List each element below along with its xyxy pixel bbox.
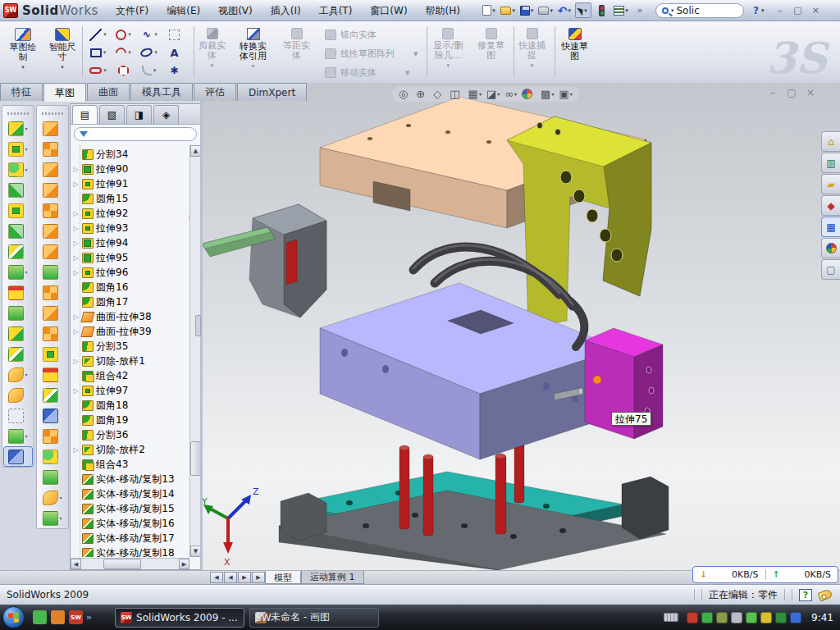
instant3d-icon[interactable]: ▾ bbox=[3, 446, 33, 467]
app-quick-icon[interactable] bbox=[51, 610, 65, 624]
start-button[interactable] bbox=[2, 606, 25, 628]
parting-surface-icon[interactable]: ▾ bbox=[38, 426, 67, 446]
menu-item[interactable]: 插入(I) bbox=[262, 2, 310, 19]
plane-icon[interactable]: ▾ bbox=[3, 385, 33, 405]
expand-arrow-icon[interactable]: ▷ bbox=[72, 446, 80, 454]
tree-item[interactable]: ▷ 组合42 bbox=[71, 368, 189, 383]
zoom-area-icon[interactable]: ⊕ ▾ bbox=[414, 87, 430, 101]
offset-surface-icon[interactable]: ▾ bbox=[38, 282, 67, 303]
extend-surface-icon[interactable]: ▾ bbox=[38, 118, 67, 139]
tree-item[interactable]: ▷ 实体-移动/复制14 bbox=[71, 486, 189, 501]
new-document-button[interactable]: ▾ bbox=[481, 2, 497, 18]
boundary-surface-icon[interactable]: ▾ bbox=[38, 200, 67, 221]
tree-item[interactable]: ▷ 分割36 bbox=[71, 427, 189, 442]
linear-pattern-icon[interactable]: ▾ bbox=[3, 262, 33, 282]
point-tool-button[interactable]: ✱ bbox=[162, 65, 187, 77]
model-tab[interactable]: 模型 bbox=[265, 571, 301, 584]
replace-face-icon[interactable]: ▾ bbox=[38, 344, 67, 364]
zoom-fit-icon[interactable]: ◎ ▾ bbox=[397, 87, 413, 101]
draft-analysis-icon[interactable]: ▾ bbox=[38, 385, 67, 405]
save-button[interactable]: ▾ bbox=[518, 2, 535, 18]
sketch-button[interactable]: 草图绘 制▾ bbox=[5, 25, 41, 79]
tree-item[interactable]: ▷ 拉伸92 bbox=[71, 206, 189, 221]
lofted-surface-icon[interactable]: ▾ bbox=[38, 180, 67, 200]
custom-properties-tab[interactable]: ▢ bbox=[821, 259, 840, 280]
tree-horizontal-scrollbar[interactable]: ◀ ▶ bbox=[71, 558, 189, 569]
search-input[interactable]: Solic bbox=[677, 5, 700, 16]
tree-item[interactable]: ▷ 曲面-拉伸39 bbox=[71, 324, 189, 339]
rib-icon[interactable]: ▾ bbox=[3, 282, 33, 303]
display-style-icon[interactable]: ◪ ▾ bbox=[485, 87, 501, 101]
tags-icon[interactable] bbox=[818, 588, 833, 601]
core-insert-part[interactable] bbox=[249, 204, 326, 317]
tree-item[interactable]: ▷ 实体-移动/复制13 bbox=[71, 472, 189, 486]
tree-filter-input[interactable] bbox=[74, 127, 197, 141]
curve-icon[interactable]: ▾ bbox=[3, 426, 33, 446]
motion-study-tab[interactable]: 运动算例 1 bbox=[301, 571, 364, 584]
print-button[interactable]: ▾ bbox=[537, 2, 554, 18]
tree-item[interactable]: ▷ 实体-移动/复制18 bbox=[71, 546, 189, 557]
doc-minimize-button[interactable]: – bbox=[766, 87, 779, 98]
antivirus-tray-icon[interactable] bbox=[687, 612, 698, 623]
polygon-tool-button[interactable] bbox=[111, 66, 136, 76]
help-chevron-icon[interactable]: ▾ bbox=[761, 7, 765, 14]
extruded-cut-icon[interactable]: ▾ bbox=[3, 139, 33, 159]
tree-item[interactable]: ▷ 圆角15 bbox=[71, 191, 189, 206]
open-button[interactable]: ▾ bbox=[500, 2, 516, 18]
search-box[interactable]: ▾ Solic bbox=[655, 3, 744, 18]
expand-arrow-icon[interactable]: ▷ bbox=[72, 328, 80, 336]
tree-item[interactable]: ▷ 分割35 bbox=[71, 339, 189, 354]
ribbon-tab[interactable]: DimXpert bbox=[237, 83, 307, 101]
tab-nav-button[interactable]: ▶ bbox=[238, 572, 251, 583]
ribbon-tab[interactable]: 曲面 bbox=[87, 83, 130, 101]
menu-item[interactable]: 帮助(H) bbox=[417, 2, 469, 19]
reference-geometry-icon[interactable]: ▾ bbox=[3, 364, 33, 385]
tab-nav-button[interactable]: ◀ bbox=[210, 572, 223, 583]
slot-tool-button[interactable]: ▾ bbox=[85, 67, 111, 74]
ribbon-tab[interactable]: 草图 bbox=[43, 83, 86, 102]
line-tool-button[interactable]: ▾ bbox=[85, 29, 111, 41]
section-view-icon[interactable]: ◫ ▾ bbox=[448, 87, 464, 101]
tree-item[interactable]: ▷ 实体-移动/复制16 bbox=[71, 516, 189, 531]
help-button[interactable]: ? bbox=[753, 5, 759, 16]
tree-item[interactable]: ▷ 圆角19 bbox=[71, 413, 189, 427]
expand-arrow-icon[interactable]: ▷ bbox=[72, 269, 80, 276]
tree-item[interactable]: ▷ 切除-放样1 bbox=[71, 354, 189, 368]
expand-arrow-icon[interactable]: ▷ bbox=[72, 210, 80, 217]
menu-item[interactable]: 文件(F) bbox=[107, 2, 158, 19]
tab-nav-button[interactable]: ◀ bbox=[224, 572, 237, 583]
solidworks-quick-icon[interactable]: SW bbox=[69, 610, 83, 624]
quick-tips-button[interactable]: ? bbox=[799, 589, 812, 601]
fill-surface-icon[interactable]: ▾ bbox=[38, 241, 67, 262]
view-palette-tab[interactable]: ▦ bbox=[821, 217, 840, 237]
expand-arrow-icon[interactable]: ▷ bbox=[72, 313, 80, 321]
circle-tool-button[interactable]: ▾ bbox=[111, 30, 136, 40]
expand-arrow-icon[interactable]: ▷ bbox=[72, 225, 80, 232]
shield-tray-icon[interactable] bbox=[701, 612, 713, 623]
featuremanager-tab[interactable]: ▤ bbox=[72, 105, 98, 124]
tree-item[interactable]: ▷ 曲面-拉伸38 bbox=[71, 309, 189, 324]
doc-restore-button[interactable]: ▢ bbox=[785, 87, 798, 98]
update-tray-icon[interactable] bbox=[716, 612, 728, 623]
fillet-icon[interactable]: ▾ bbox=[3, 159, 33, 180]
appearances-tab[interactable] bbox=[821, 238, 840, 258]
expand-arrow-icon[interactable]: ▷ bbox=[72, 254, 80, 262]
delete-face-icon[interactable]: ▾ bbox=[38, 323, 67, 344]
view-orientation-icon[interactable]: ◇ ▾ bbox=[431, 87, 446, 101]
ellipse-tool-button[interactable]: ▾ bbox=[136, 48, 162, 57]
task-button[interactable]: SW SolidWorks 2009 - ... bbox=[115, 608, 244, 628]
sync-tray-icon[interactable] bbox=[746, 612, 757, 623]
select-button[interactable]: ▾ bbox=[575, 2, 591, 18]
expand-arrow-icon[interactable]: ▷ bbox=[72, 240, 80, 247]
configurationmanager-tab[interactable]: ◨ bbox=[126, 105, 152, 124]
expand-arrow-icon[interactable]: ▷ bbox=[72, 180, 80, 188]
tree-item[interactable]: ▷ 圆角17 bbox=[71, 294, 189, 309]
rebuild-button[interactable] bbox=[594, 2, 610, 18]
tree-item[interactable]: ▷ 拉伸97 bbox=[71, 383, 189, 398]
tree-item[interactable]: ▷ 实体-移动/复制17 bbox=[71, 531, 189, 546]
planar-surface-icon[interactable]: ▾ bbox=[38, 221, 67, 241]
solidworks-resources-tab[interactable]: ◆ bbox=[821, 195, 840, 216]
chamfer-icon[interactable]: ▾ bbox=[3, 180, 33, 200]
shell-icon[interactable]: ▾ bbox=[3, 200, 33, 221]
tree-item[interactable]: ▷ 拉伸93 bbox=[71, 221, 189, 235]
